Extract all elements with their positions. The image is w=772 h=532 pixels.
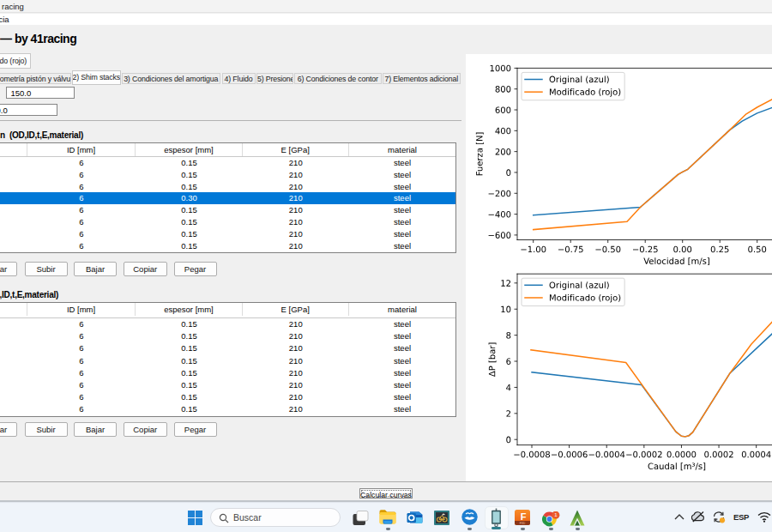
- svg-text:F3D: F3D: [520, 522, 526, 525]
- svg-text:F: F: [521, 511, 527, 522]
